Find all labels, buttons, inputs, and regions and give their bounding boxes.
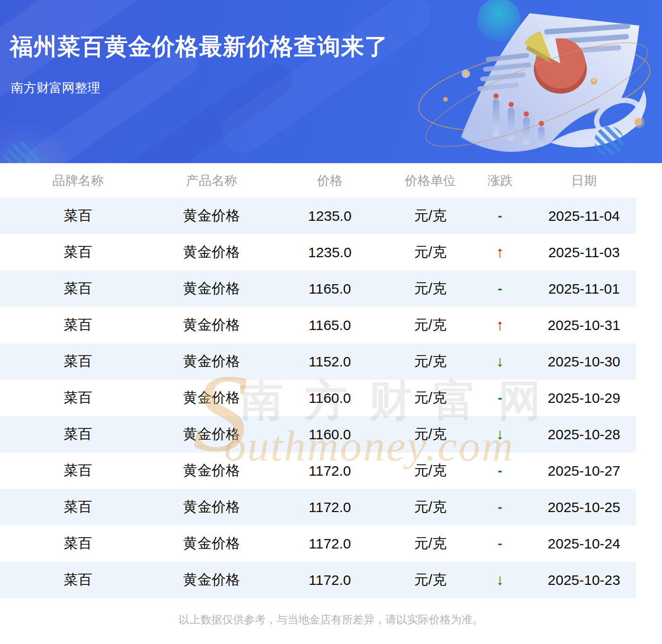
- change-cell: -: [468, 380, 532, 416]
- date-cell: 2025-10-30: [532, 343, 636, 380]
- unit-cell: 元/克: [392, 307, 468, 343]
- price-cell: 1172.0: [267, 489, 392, 525]
- change-cell: ↑: [468, 234, 532, 270]
- table-row: 菜百黄金价格1172.0元/克-2025-10-24: [0, 525, 636, 562]
- column-header-brand: 品牌名称: [0, 163, 156, 198]
- unit-cell: 元/克: [392, 489, 468, 525]
- column-header-product: 产品名称: [156, 163, 267, 198]
- price-cell: 1160.0: [267, 416, 392, 453]
- brand-cell: 菜百: [0, 489, 156, 525]
- change-cell: ↓: [468, 562, 532, 598]
- column-header-unit: 价格单位: [392, 163, 468, 198]
- product-cell: 黄金价格: [156, 198, 267, 234]
- brand-cell: 菜百: [0, 562, 156, 598]
- date-cell: 2025-10-28: [532, 416, 636, 453]
- banner-decoration-glow: [0, 118, 80, 163]
- date-cell: 2025-10-23: [532, 562, 636, 598]
- column-header-date: 日期: [532, 163, 636, 198]
- brand-cell: 菜百: [0, 234, 156, 270]
- price-cell: 1172.0: [267, 525, 392, 562]
- banner-decoration-striped-circle: [4, 142, 40, 163]
- product-cell: 黄金价格: [156, 416, 267, 453]
- page-header: 福州菜百黄金价格最新价格查询来了 南方财富网整理: [0, 0, 662, 163]
- table-row: 菜百黄金价格1172.0元/克-2025-10-25: [0, 489, 636, 525]
- product-cell: 黄金价格: [156, 270, 267, 307]
- change-cell: -: [468, 270, 532, 307]
- unit-cell: 元/克: [392, 270, 468, 307]
- change-cell: -: [468, 525, 532, 562]
- unit-cell: 元/克: [392, 525, 468, 562]
- date-cell: 2025-11-03: [532, 234, 636, 270]
- brand-cell: 菜百: [0, 307, 156, 343]
- finance-report-illustration: [416, 0, 662, 163]
- brand-cell: 菜百: [0, 453, 156, 489]
- price-cell: 1165.0: [267, 270, 392, 307]
- price-cell: 1165.0: [267, 307, 392, 343]
- product-cell: 黄金价格: [156, 562, 267, 598]
- product-cell: 黄金价格: [156, 453, 267, 489]
- table-row: 菜百黄金价格1160.0元/克-2025-10-29: [0, 380, 636, 416]
- banner-decoration-stripe: [213, 0, 439, 161]
- change-cell: -: [468, 198, 532, 234]
- unit-cell: 元/克: [392, 198, 468, 234]
- brand-cell: 菜百: [0, 198, 156, 234]
- product-cell: 黄金价格: [156, 234, 267, 270]
- brand-cell: 菜百: [0, 416, 156, 453]
- page-subtitle: 南方财富网整理: [11, 79, 100, 96]
- price-cell: 1160.0: [267, 380, 392, 416]
- table-header-row: 品牌名称 产品名称 价格 价格单位 涨跌 日期: [0, 163, 636, 198]
- unit-cell: 元/克: [392, 453, 468, 489]
- brand-cell: 菜百: [0, 343, 156, 380]
- date-cell: 2025-10-25: [532, 489, 636, 525]
- date-cell: 2025-10-31: [532, 307, 636, 343]
- gold-price-table: 品牌名称 产品名称 价格 价格单位 涨跌 日期 菜百黄金价格1235.0元/克-…: [0, 163, 636, 598]
- table-row: 菜百黄金价格1165.0元/克↑2025-10-31: [0, 307, 636, 343]
- unit-cell: 元/克: [392, 416, 468, 453]
- unit-cell: 元/克: [392, 234, 468, 270]
- change-cell: -: [468, 453, 532, 489]
- change-cell: -: [468, 489, 532, 525]
- price-cell: 1152.0: [267, 343, 392, 380]
- product-cell: 黄金价格: [156, 343, 267, 380]
- column-header-price: 价格: [267, 163, 392, 198]
- date-cell: 2025-11-04: [532, 198, 636, 234]
- table-row: 菜百黄金价格1235.0元/克↑2025-11-03: [0, 234, 636, 270]
- date-cell: 2025-10-24: [532, 525, 636, 562]
- unit-cell: 元/克: [392, 562, 468, 598]
- product-cell: 黄金价格: [156, 525, 267, 562]
- table-row: 菜百黄金价格1235.0元/克-2025-11-04: [0, 198, 636, 234]
- price-cell: 1172.0: [267, 453, 392, 489]
- table-row: 菜百黄金价格1152.0元/克↓2025-10-30: [0, 343, 636, 380]
- date-cell: 2025-10-27: [532, 453, 636, 489]
- table-row: 菜百黄金价格1172.0元/克↓2025-10-23: [0, 562, 636, 598]
- unit-cell: 元/克: [392, 380, 468, 416]
- product-cell: 黄金价格: [156, 380, 267, 416]
- unit-cell: 元/克: [392, 343, 468, 380]
- product-cell: 黄金价格: [156, 307, 267, 343]
- change-cell: ↓: [468, 343, 532, 380]
- date-cell: 2025-10-29: [532, 380, 636, 416]
- table-row: 菜百黄金价格1160.0元/克↓2025-10-28: [0, 416, 636, 453]
- brand-cell: 菜百: [0, 270, 156, 307]
- price-table-section: 品牌名称 产品名称 价格 价格单位 涨跌 日期 菜百黄金价格1235.0元/克-…: [0, 163, 662, 627]
- change-cell: ↓: [468, 416, 532, 453]
- column-header-change: 涨跌: [468, 163, 532, 198]
- brand-cell: 菜百: [0, 525, 156, 562]
- price-cell: 1172.0: [267, 562, 392, 598]
- price-cell: 1235.0: [267, 198, 392, 234]
- price-cell: 1235.0: [267, 234, 392, 270]
- change-cell: ↑: [468, 307, 532, 343]
- disclaimer-text: 以上数据仅供参考，与当地金店有所差异，请以实际价格为准。: [0, 612, 662, 627]
- page-title: 福州菜百黄金价格最新价格查询来了: [10, 31, 388, 62]
- product-cell: 黄金价格: [156, 489, 267, 525]
- banner-decoration-stripe: [117, 57, 299, 163]
- date-cell: 2025-11-01: [532, 270, 636, 307]
- table-row: 菜百黄金价格1165.0元/克-2025-11-01: [0, 270, 636, 307]
- table-row: 菜百黄金价格1172.0元/克-2025-10-27: [0, 453, 636, 489]
- brand-cell: 菜百: [0, 380, 156, 416]
